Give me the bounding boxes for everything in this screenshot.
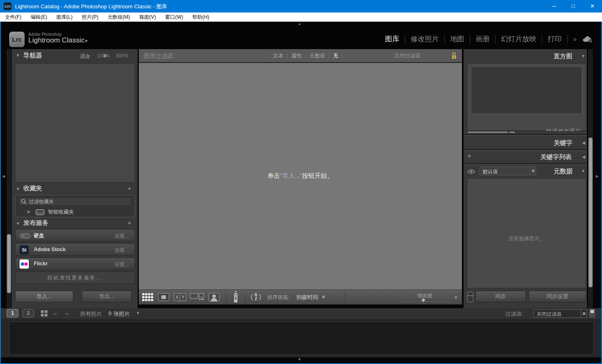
sort-direction-icon[interactable]: ( A Z ) [251, 292, 263, 302]
filter-lock-icon[interactable] [451, 52, 457, 62]
menu-library[interactable]: 图库(L) [56, 14, 73, 21]
filter-tab-none[interactable]: 无 [333, 52, 339, 60]
menu-edit[interactable]: 编辑(E) [30, 14, 47, 21]
sync-toggle-icon[interactable] [467, 292, 474, 304]
quick-develop-clipped-header[interactable]: 快速修改照片 [516, 127, 581, 131]
right-panel-collapse-icon[interactable]: ▶ [596, 174, 599, 178]
smart-collections-label[interactable]: 智能收藏夹 [48, 209, 74, 216]
histogram-collapse-icon[interactable]: ▼ [581, 54, 585, 58]
grid-back-icon[interactable] [41, 310, 48, 318]
metadata-collapse-icon[interactable]: ▼ [581, 169, 585, 173]
smart-collections-row[interactable]: ▶ 智能收藏夹 [16, 208, 134, 217]
publish-add-icon[interactable]: + [128, 219, 131, 226]
dropdown-spinner [581, 310, 587, 317]
histogram-canvas[interactable] [471, 66, 582, 114]
keyword-list-add-icon[interactable]: + [467, 152, 471, 160]
publish-service-flickr[interactable]: Flickr 设置... [15, 257, 135, 270]
filter-tab-text[interactable]: 文本 [273, 52, 283, 60]
navigator-collapse-icon[interactable]: ▼ [16, 53, 20, 57]
sync-settings-button[interactable]: 同步设置 [529, 291, 586, 302]
sort-by-value[interactable]: 拍摄时间 [296, 294, 318, 301]
right-scrollbar-thumb[interactable] [588, 137, 593, 287]
left-panel-collapse-icon[interactable]: ◀ [2, 174, 5, 178]
filter-tab-metadata[interactable]: 元数据 [310, 52, 326, 60]
collections-collapse-icon[interactable]: ▼ [16, 187, 20, 191]
metadata-preset-dropdown[interactable]: 默认值 [479, 167, 536, 175]
close-button[interactable]: ✕ [583, 0, 602, 12]
menu-photo[interactable]: 照片(P) [82, 14, 98, 21]
publish-services-title[interactable]: 发布服务 [23, 219, 48, 227]
collections-add-icon[interactable]: + [128, 184, 131, 192]
collections-search-box[interactable] [18, 197, 132, 206]
second-window-button[interactable]: 2 [23, 309, 34, 317]
previous-photo-icon[interactable]: ← [53, 309, 59, 316]
keywording-expand-icon[interactable]: ◀ [582, 140, 585, 145]
minimize-button[interactable]: ─ [544, 0, 564, 12]
find-more-services-button[interactable]: 联机查找更多服务... [15, 272, 135, 284]
import-button[interactable]: 导入... [15, 291, 73, 302]
import-link[interactable]: "导入..." [280, 172, 302, 179]
menu-help[interactable]: 帮助(H) [192, 14, 209, 21]
metadata-title[interactable]: 元数据 [554, 167, 572, 175]
menu-window[interactable]: 窗口(W) [165, 14, 183, 21]
expand-arrow-icon[interactable]: ▶ [28, 209, 30, 214]
publish-service-harddrive[interactable]: 硬盘 设置... [15, 229, 135, 242]
filter-preset-dropdown[interactable]: 关闭过滤器 [394, 52, 421, 60]
module-develop[interactable]: 修改照片 [411, 34, 439, 44]
menu-view[interactable]: 视图(V) [139, 14, 156, 21]
title-bar[interactable]: Lrc Lightroom Catalog - Adobe Photoshop … [0, 0, 602, 12]
module-map[interactable]: 地图 [450, 34, 464, 44]
bottom-panel-collapse-icon[interactable]: ▼ [298, 357, 301, 362]
publish-service-adobe-stock[interactable]: St Adobe Stock 设置... [15, 243, 135, 256]
export-button[interactable]: 导出... [82, 291, 132, 302]
menu-metadata[interactable]: 元数据(M) [108, 14, 130, 21]
left-scrollbar-thumb[interactable] [7, 234, 11, 293]
loupe-view-icon[interactable] [158, 293, 169, 303]
histogram-title[interactable]: 直方图 [554, 52, 572, 60]
source-dropdown-icon[interactable]: ▾ [137, 310, 139, 316]
keyword-list-title[interactable]: 关键字列表 [540, 153, 572, 161]
collections-title[interactable]: 收藏夹 [23, 184, 42, 192]
compare-view-icon[interactable]: X Y [174, 293, 186, 301]
filter-tab-attribute[interactable]: 属性 [291, 52, 302, 60]
main-window-button[interactable]: 1 [7, 309, 18, 317]
filmstrip-filter-dropdown[interactable]: 关闭过滤器 [534, 309, 587, 318]
top-panel-collapse-icon[interactable]: ▲ [298, 22, 301, 26]
service-settings-button[interactable]: 设置... [115, 233, 129, 240]
navigator-zoom-300[interactable]: 300% [115, 53, 128, 59]
publish-collapse-icon[interactable]: ▼ [16, 221, 20, 226]
sync-button[interactable]: 同步 [475, 291, 526, 302]
keywording-title[interactable]: 关键字 [554, 139, 572, 147]
navigator-zoom-fit[interactable]: 适合 [80, 53, 90, 60]
preset-spinner-icon[interactable] [103, 53, 107, 59]
brand-dropdown-icon[interactable]: ▼ [84, 39, 88, 43]
module-print[interactable]: 打印 [548, 34, 562, 44]
thumbnail-size-slider[interactable] [399, 301, 453, 302]
collections-filter-input[interactable] [29, 198, 129, 205]
module-library[interactable]: 图库 [385, 34, 399, 44]
toolbar-options-dropdown-icon[interactable]: ▼ [454, 295, 458, 300]
brand-lightroom-classic: Lightroom Classic [28, 36, 85, 45]
grid-view-icon[interactable] [142, 293, 153, 303]
metadata-eye-icon[interactable] [467, 168, 475, 176]
toolbar-divider [245, 292, 246, 302]
keyword-list-expand-icon[interactable]: ◀ [582, 155, 585, 159]
module-book[interactable]: 画册 [476, 34, 490, 44]
navigator-preview[interactable] [15, 63, 135, 182]
navigator-title[interactable]: 导航器 [23, 52, 42, 60]
service-settings-button[interactable]: 设置... [115, 261, 129, 268]
sort-spinner-icon[interactable] [321, 294, 325, 300]
menu-file[interactable]: 文件(F) [5, 14, 21, 21]
service-settings-button[interactable]: 设置... [115, 247, 129, 254]
source-all-photos[interactable]: 所有照片 [80, 310, 102, 318]
module-overflow-chevrons[interactable]: » [573, 35, 577, 42]
next-photo-icon[interactable]: → [63, 309, 70, 316]
filmstrip-empty-track [9, 322, 594, 355]
people-view-icon[interactable] [208, 293, 220, 303]
maximize-button[interactable]: □ [564, 0, 583, 12]
filter-switch-icon[interactable] [589, 309, 595, 319]
cloud-sync-icon[interactable] [582, 35, 593, 43]
survey-view-icon[interactable] [190, 293, 204, 303]
module-slideshow[interactable]: 幻灯片放映 [501, 34, 537, 44]
painter-spray-icon[interactable] [232, 291, 239, 305]
